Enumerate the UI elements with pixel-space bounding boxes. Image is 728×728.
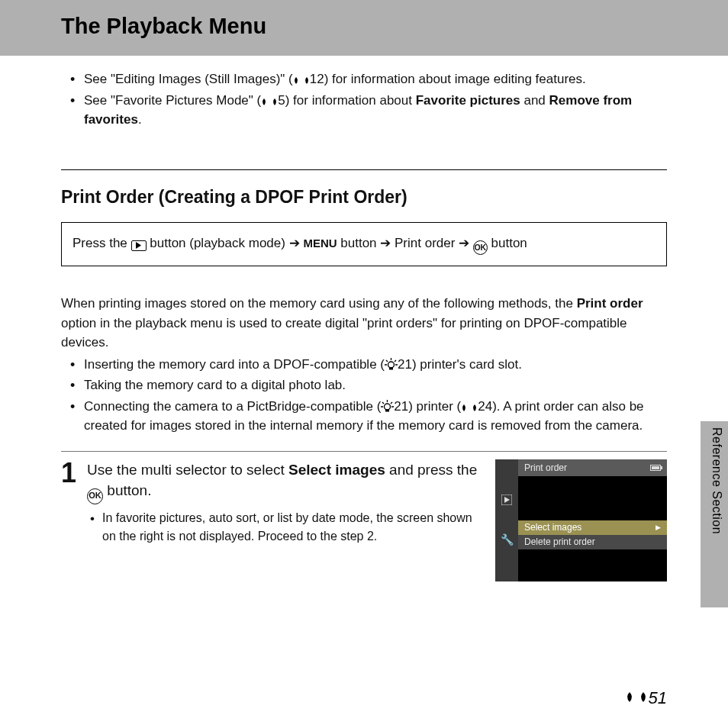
reference-icon	[625, 688, 648, 708]
screen-header: Print order	[518, 459, 667, 476]
navigation-box: Press the button (playback mode) ➔ MENU …	[61, 222, 667, 266]
reference-icon	[293, 76, 310, 85]
camera-screen: 🔧 Print order Select images ▶ Delete pri…	[495, 459, 667, 581]
svg-point-0	[388, 362, 394, 368]
playback-icon	[131, 240, 147, 251]
screen-title: Print order	[524, 461, 567, 475]
lamp-icon	[385, 358, 398, 371]
screen-item-delete-order: Delete print order	[518, 535, 667, 549]
page-title: The Playback Menu	[61, 14, 728, 39]
reference-icon	[461, 403, 478, 413]
svg-rect-1	[389, 367, 393, 369]
method-bullet-1: Inserting the memory card into a DPOF-co…	[84, 355, 667, 375]
header-bar: The Playback Menu	[0, 0, 728, 56]
section-title: Print Order (Creating a DPOF Print Order…	[61, 184, 667, 211]
lamp-icon	[381, 400, 394, 413]
intro-bullet-1: See "Editing Images (Still Images)" (12)…	[84, 69, 667, 89]
arrow-icon: ➔	[459, 236, 469, 250]
ok-button-icon: OK	[473, 240, 488, 255]
menu-label: MENU	[303, 237, 337, 250]
step-body: Use the multi selector to select Select …	[87, 459, 482, 581]
step-1: 1 Use the multi selector to select Selec…	[61, 459, 667, 581]
arrow-icon: ➔	[289, 236, 300, 250]
body-paragraph: When printing images stored on the memor…	[61, 294, 667, 353]
page-number: 51	[625, 688, 667, 708]
step-left: 1 Use the multi selector to select Selec…	[61, 459, 482, 581]
setup-tab-icon: 🔧	[501, 532, 514, 548]
step-heading: Use the multi selector to select Select …	[87, 459, 482, 504]
step-number: 1	[61, 459, 76, 581]
step-rule	[61, 451, 667, 452]
playback-tab-icon	[501, 494, 512, 509]
intro-bullets: See "Editing Images (Still Images)" (12)…	[61, 69, 667, 130]
chevron-right-icon: ▶	[656, 523, 661, 533]
screen-item-select-images: Select images ▶	[518, 520, 667, 535]
method-bullet-3: Connecting the camera to a PictBridge-co…	[84, 397, 667, 436]
content-area: See "Editing Images (Still Images)" (12)…	[0, 56, 728, 581]
screen-sidebar: 🔧	[495, 459, 518, 581]
intro-bullet-2: See "Favorite Pictures Mode" (5) for inf…	[84, 91, 667, 130]
section-rule	[61, 169, 667, 170]
section-label: Reference Section	[710, 427, 723, 534]
arrow-icon: ➔	[380, 236, 391, 250]
method-bullets: Inserting the memory card into a DPOF-co…	[61, 355, 667, 436]
svg-point-2	[385, 404, 391, 410]
method-bullet-2: Taking the memory card to a digital phot…	[84, 375, 667, 395]
reference-icon	[261, 97, 278, 107]
svg-rect-3	[385, 409, 389, 411]
ok-button-icon: OK	[87, 488, 103, 504]
battery-icon	[650, 465, 661, 471]
step-note: In favorite pictures, auto sort, or list…	[87, 509, 482, 546]
